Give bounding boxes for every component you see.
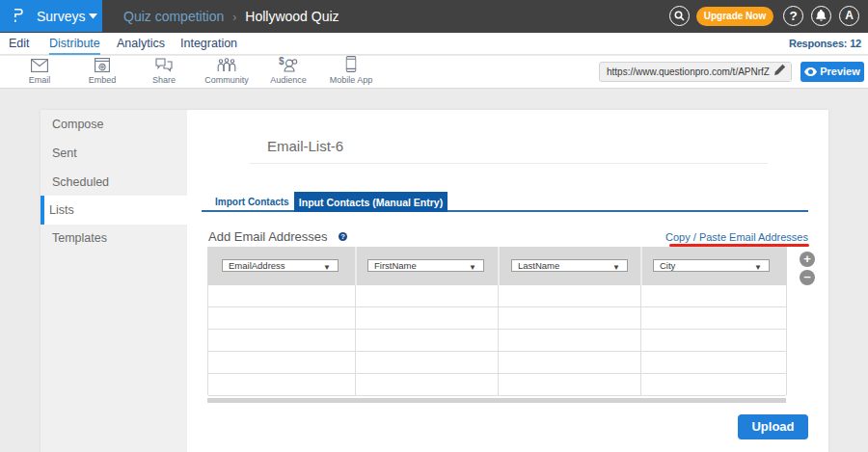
svg-text:$: $ [279,57,285,66]
